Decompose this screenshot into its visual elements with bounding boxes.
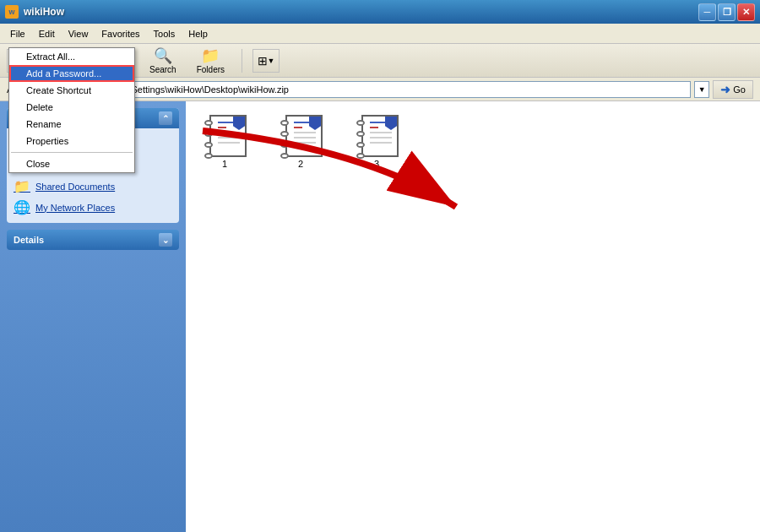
content-area: 1: [186, 101, 760, 532]
details-collapse-btn[interactable]: ⌄: [159, 233, 172, 247]
file-icon-1: [204, 115, 245, 155]
shared-documents-icon: 📁: [14, 178, 30, 194]
menu-edit[interactable]: Edit: [32, 27, 62, 41]
file-item-3[interactable]: 3: [351, 115, 402, 169]
menu-bar: File Edit View Favorites Tools Help: [0, 24, 760, 44]
ctx-extract-all[interactable]: Extract All...: [9, 48, 134, 65]
details-title: Details: [14, 235, 44, 245]
menu-tools[interactable]: Tools: [147, 27, 182, 41]
context-menu: Extract All... Add a Password... Create …: [8, 47, 135, 173]
file-icon-2: [280, 115, 321, 155]
ctx-rename[interactable]: Rename: [9, 116, 134, 133]
app-icon: w: [5, 5, 19, 19]
go-button[interactable]: ➜ Go: [713, 80, 753, 99]
my-network-places-icon: 🌐: [14, 199, 30, 215]
file-label-3: 3: [374, 159, 379, 169]
details-section: Details ⌄: [7, 230, 179, 250]
go-arrow-icon: ➜: [720, 83, 730, 96]
sidebar-link-mynetworkplaces[interactable]: 🌐 My Network Places: [10, 197, 176, 218]
ctx-close[interactable]: Close: [9, 155, 134, 172]
sidebar-link-shareddocuments[interactable]: 📁 Shared Documents: [10, 176, 176, 197]
title-bar: w wikiHow ─ ❐ ✕: [0, 0, 760, 24]
file-item-1[interactable]: 1: [199, 115, 250, 169]
maximize-button[interactable]: ❐: [718, 3, 736, 21]
ctx-create-shortcut[interactable]: Create Shortcut: [9, 82, 134, 99]
ctx-separator: [11, 152, 133, 153]
file-icon-3: [356, 115, 397, 155]
file-label-2: 2: [298, 159, 303, 169]
ctx-properties[interactable]: Properties: [9, 133, 134, 149]
ctx-delete[interactable]: Delete: [9, 99, 134, 116]
address-dropdown[interactable]: ▼: [694, 81, 709, 98]
menu-file[interactable]: File: [3, 27, 32, 41]
menu-view[interactable]: View: [62, 27, 95, 41]
window-controls: ─ ❐ ✕: [698, 3, 755, 21]
ctx-add-password[interactable]: Add a Password...: [9, 65, 134, 82]
other-places-collapse-btn[interactable]: ⌃: [159, 111, 172, 125]
menu-help[interactable]: Help: [182, 27, 214, 41]
toolbar-separator-2: [242, 49, 242, 73]
minimize-button[interactable]: ─: [698, 3, 716, 21]
menu-favorites[interactable]: Favorites: [95, 27, 146, 41]
details-header[interactable]: Details ⌄: [7, 230, 179, 250]
view-button[interactable]: ⊞ ▼: [252, 49, 280, 73]
file-item-2[interactable]: 2: [275, 115, 326, 169]
address-input[interactable]: [47, 81, 691, 98]
close-button[interactable]: ✕: [737, 3, 755, 21]
window-title: wikiHow: [24, 6, 64, 18]
folders-button[interactable]: 📁 Folders: [190, 45, 231, 76]
file-label-1: 1: [222, 159, 227, 169]
search-button[interactable]: 🔍 Search: [143, 45, 183, 76]
